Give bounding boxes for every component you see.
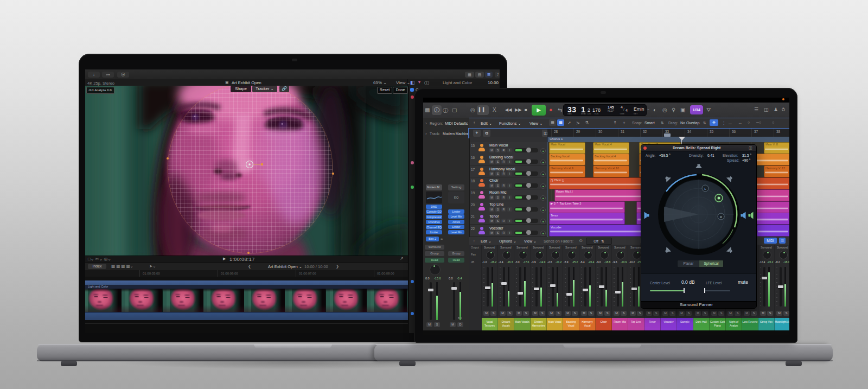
svg-text:R: R xyxy=(720,215,723,219)
